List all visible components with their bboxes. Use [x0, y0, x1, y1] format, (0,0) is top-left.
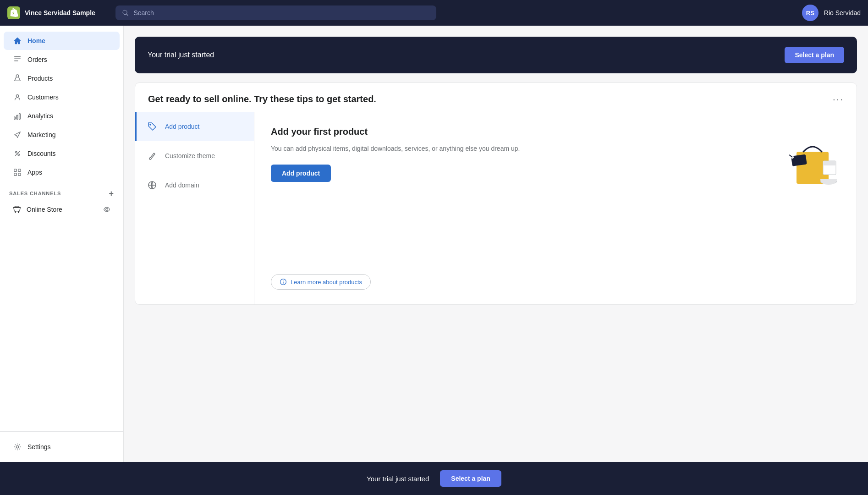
sidebar-item-label: Customers [27, 94, 59, 101]
sidebar-item-label: Analytics [27, 112, 53, 120]
search-input[interactable] [133, 9, 430, 16]
sidebar-item-analytics[interactable]: Analytics [4, 107, 120, 125]
sidebar-item-marketing[interactable]: Marketing [4, 126, 120, 144]
sidebar-item-online-store[interactable]: Online Store [4, 201, 120, 218]
content-top: Add your first product You can add physi… [271, 126, 840, 191]
learn-more-button[interactable]: Learn more about products [271, 274, 371, 290]
sidebar-item-label: Orders [27, 56, 47, 63]
orders-icon [13, 55, 22, 64]
globe-icon [146, 179, 159, 192]
select-plan-button-bottom[interactable]: Select a plan [440, 470, 501, 487]
svg-rect-9 [18, 173, 21, 176]
tag-icon [146, 120, 159, 133]
svg-point-5 [18, 154, 20, 156]
steps-list: Add product Customize theme [135, 112, 254, 304]
svg-point-0 [16, 95, 18, 97]
brand-logo-area[interactable]: Vince Servidad Sample [7, 6, 108, 19]
svg-point-11 [16, 446, 18, 448]
getting-started-header: Get ready to sell online. Try these tips… [135, 83, 857, 112]
getting-started-title: Get ready to sell online. Try these tips… [148, 94, 376, 104]
svg-rect-3 [19, 114, 21, 120]
svg-rect-2 [16, 115, 18, 119]
marketing-icon [13, 130, 22, 139]
content-panel: Add your first product You can add physi… [254, 112, 857, 304]
bottom-bar-text: Your trial just started [367, 475, 429, 483]
sidebar-item-discounts[interactable]: Discounts [4, 144, 120, 163]
settings-label: Settings [27, 443, 51, 451]
svg-rect-6 [14, 169, 16, 171]
more-options-button[interactable]: ··· [833, 94, 844, 104]
sidebar-item-home[interactable]: Home [4, 32, 120, 50]
online-store-icon [13, 205, 21, 214]
top-navigation: Vince Servidad Sample RS Rio Servidad [0, 0, 868, 26]
shopify-logo-icon [7, 6, 20, 19]
sidebar-item-orders[interactable]: Orders [4, 50, 120, 69]
products-icon [13, 74, 22, 83]
sidebar-item-label: Discounts [27, 150, 55, 157]
user-name-label: Rio Servidad [824, 9, 861, 16]
content-title: Add your first product [271, 126, 756, 137]
discounts-icon [13, 149, 22, 158]
step-label: Add domain [165, 182, 199, 189]
svg-rect-16 [791, 154, 807, 166]
add-sales-channel-button[interactable]: + [109, 189, 114, 198]
sidebar-item-label: Marketing [27, 131, 55, 138]
sidebar-item-products[interactable]: Products [4, 69, 120, 88]
svg-rect-7 [18, 169, 21, 171]
settings-icon [13, 442, 22, 451]
online-store-left: Online Store [13, 205, 62, 214]
online-store-label: Online Store [27, 206, 62, 213]
preview-icon[interactable] [103, 206, 110, 213]
sidebar-item-customers[interactable]: Customers [4, 88, 120, 106]
sidebar-nav: Home Orders Products Cu [0, 26, 123, 431]
select-plan-button-top[interactable]: Select a plan [785, 47, 844, 63]
svg-point-4 [16, 152, 17, 154]
step-label: Customize theme [165, 152, 215, 160]
search-box [115, 6, 436, 20]
sidebar-item-apps[interactable]: Apps [4, 163, 120, 182]
svg-point-12 [150, 124, 151, 125]
getting-started-card: Get ready to sell online. Try these tips… [135, 82, 857, 305]
trial-banner: Your trial just started Select a plan [135, 37, 857, 73]
sidebar-item-label: Products [27, 75, 53, 82]
search-icon [122, 9, 129, 16]
search-area [115, 6, 436, 20]
content-description: You can add physical items, digital down… [271, 143, 756, 154]
sidebar-item-label: Apps [27, 169, 42, 176]
add-product-button[interactable]: Add product [271, 165, 331, 182]
analytics-icon [13, 111, 22, 121]
customers-icon [13, 93, 22, 102]
main-layout: Home Orders Products Cu [0, 26, 868, 462]
bottom-bar: Your trial just started Select a plan [0, 462, 868, 495]
svg-rect-20 [823, 161, 836, 165]
step-customize-theme[interactable]: Customize theme [135, 141, 254, 170]
trial-banner-text: Your trial just started [148, 51, 214, 59]
card-body: Add product Customize theme [135, 112, 857, 304]
store-name: Vince Servidad Sample [25, 9, 95, 16]
learn-more-area: Learn more about products [271, 274, 840, 290]
sidebar-item-settings[interactable]: Settings [4, 438, 120, 456]
brush-icon [146, 149, 159, 162]
sidebar-bottom: Settings [0, 431, 123, 462]
step-add-product[interactable]: Add product [135, 112, 254, 141]
avatar[interactable]: RS [802, 5, 819, 21]
apps-icon [13, 168, 22, 177]
sales-channels-label: SALES CHANNELS + [0, 182, 123, 200]
step-add-domain[interactable]: Add domain [135, 170, 254, 200]
svg-point-10 [106, 209, 108, 211]
step-label: Add product [165, 123, 200, 130]
svg-rect-1 [14, 117, 16, 119]
home-icon [13, 36, 22, 45]
topnav-right: RS Rio Servidad [802, 5, 861, 21]
sidebar-item-label: Home [27, 37, 45, 44]
svg-rect-8 [14, 173, 16, 176]
help-icon [280, 278, 287, 286]
main-content: Your trial just started Select a plan Ge… [124, 26, 868, 462]
product-illustration [767, 126, 840, 191]
sidebar: Home Orders Products Cu [0, 26, 124, 462]
content-text: Add your first product You can add physi… [271, 126, 756, 191]
